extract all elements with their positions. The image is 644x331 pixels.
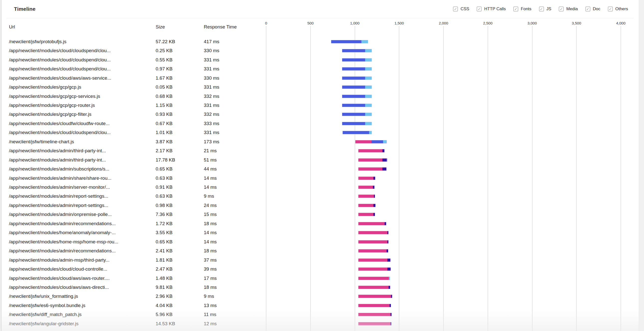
timeline-bar[interactable] — [358, 249, 388, 253]
table-row[interactable]: /app/newclient/modules/admin/subscriptio… — [0, 165, 639, 173]
table-row[interactable]: /app/newclient/modules/cloud/aws/aws-dir… — [0, 283, 639, 292]
table-row[interactable]: /app/newclient/modules/gcp/gcp.js0.05 KB… — [0, 83, 639, 92]
table-row[interactable]: /app/newclient/modules/gcp/gcp-services.… — [0, 92, 639, 101]
vertical-scrollbar[interactable] — [639, 0, 644, 331]
row-size: 0.25 KB — [156, 46, 172, 55]
table-row[interactable]: /app/newclient/modules/admin/recommendat… — [0, 219, 639, 228]
timeline-bar[interactable] — [358, 267, 391, 271]
checkbox-icon[interactable]: ✓ — [586, 7, 590, 12]
bar-segment-navy — [373, 186, 374, 189]
bar-segment-navy — [390, 322, 391, 325]
row-url: /app/newclient/modules/admin/recommendat… — [9, 246, 116, 255]
timeline-bar[interactable] — [342, 49, 372, 53]
table-row[interactable]: /app/newclient/modules/cloud/cloud-contr… — [0, 265, 639, 274]
table-row[interactable]: /app/newclient/modules/admin-msp/third-p… — [0, 256, 639, 265]
table-row[interactable]: /app/newclient/modules/admin/onpremise-p… — [0, 210, 639, 219]
table-row[interactable]: /app/newclient/modules/cloud/cloudspend/… — [0, 55, 639, 64]
timeline-bar[interactable] — [342, 95, 372, 98]
checkbox-icon[interactable]: ✓ — [453, 7, 458, 12]
table-row[interactable]: /app/newclient/modules/cloudfw/cloudfw-r… — [0, 119, 639, 128]
bar-segment-sky — [365, 49, 372, 52]
timeline-bar[interactable] — [358, 304, 391, 307]
timeline-bar[interactable] — [342, 122, 372, 125]
row-url: /newclient/jsfw/timeline-chart.js — [9, 137, 74, 146]
table-row[interactable]: /newclient/jsfw/unix_formatting.js2.96 K… — [0, 292, 639, 301]
filter-css[interactable]: ✓CSS — [453, 7, 469, 12]
timeline-bar[interactable] — [331, 40, 368, 44]
row-url: /app/newclient/modules/admin/subscriptio… — [9, 165, 109, 173]
filter-doc[interactable]: ✓Doc — [586, 7, 600, 12]
timeline-bar[interactable] — [358, 222, 386, 225]
bar-segment-blue — [343, 131, 369, 134]
bar-segment-navy — [387, 240, 388, 243]
timeline-bar[interactable] — [342, 67, 372, 71]
checkbox-icon[interactable]: ✓ — [608, 7, 613, 12]
table-row[interactable]: /app/newclient/modules/home/anomaly/anom… — [0, 228, 639, 237]
table-row[interactable]: /newclient/jsfw/angular-gridster.js14.53… — [0, 319, 639, 328]
timeline-bar[interactable] — [358, 285, 390, 289]
row-response-time: 37 ms — [204, 256, 217, 265]
timeline-bar[interactable] — [358, 276, 390, 280]
table-row[interactable]: /app/newclient/modules/cloud/cloudspend/… — [0, 64, 639, 73]
filter-others[interactable]: ✓Others — [608, 7, 628, 12]
timeline-bar[interactable] — [342, 131, 372, 134]
table-row[interactable]: /newclient/jsfw/diff_match_patch.js5.96 … — [0, 310, 639, 319]
timeline-bar[interactable] — [358, 258, 390, 262]
bar-segment-sky — [365, 77, 372, 80]
timeline-bar[interactable] — [358, 167, 386, 171]
table-row[interactable]: /app/newclient/modules/cloud/aws/aws-ser… — [0, 74, 639, 83]
checkbox-icon[interactable]: ✓ — [559, 7, 564, 12]
filter-fonts[interactable]: ✓Fonts — [513, 7, 532, 12]
timeline-bar[interactable] — [358, 185, 375, 189]
timeline-bar[interactable] — [358, 294, 392, 298]
timeline-bar[interactable] — [342, 76, 372, 80]
timeline-bar[interactable] — [342, 113, 372, 116]
table-row[interactable]: /app/newclient/modules/cloud/cloudspend/… — [0, 128, 639, 137]
table-row[interactable]: /app/newclient/modules/cloud/aws/aws-rou… — [0, 274, 639, 283]
table-row[interactable]: /app/newclient/modules/cloud/cloudspend/… — [0, 46, 639, 55]
table-row[interactable]: /newclient/jsfw/timeline-chart.js3.87 KB… — [0, 137, 639, 146]
bar-segment-sky — [365, 58, 372, 61]
bar-segment-pink — [358, 313, 390, 316]
timeline-bar[interactable] — [358, 149, 384, 153]
table-row[interactable]: /app/newclient/modules/admin/third-party… — [0, 146, 639, 155]
table-row[interactable]: /newclient/jsfw/protobufjs.js57.22 KB417… — [0, 37, 639, 46]
timeline-bar[interactable] — [355, 140, 387, 144]
timeline-bar[interactable] — [358, 158, 387, 162]
table-row[interactable]: /app/newclient/modules/admin/third-party… — [0, 156, 639, 165]
table-row[interactable]: /newclient/jsfw/es6-symbol.bundle.js4.04… — [0, 301, 639, 310]
table-row[interactable]: /app/newclient/modules/admin/server-moni… — [0, 183, 639, 192]
table-row[interactable]: /app/newclient/modules/admin/report-sett… — [0, 192, 639, 201]
table-row[interactable]: /app/newclient/modules/cloudfw/cloudfw-.… — [0, 328, 639, 331]
bar-segment-navy — [387, 268, 390, 271]
filter-js[interactable]: ✓JS — [539, 7, 552, 12]
table-row[interactable]: /app/newclient/modules/admin/share/share… — [0, 174, 639, 183]
row-size: 0.91 KB — [156, 183, 172, 192]
timeline-bar[interactable] — [358, 313, 392, 316]
row-response-time: 39 ms — [204, 265, 217, 274]
timeline-bar[interactable] — [358, 194, 375, 198]
table-row[interactable]: /app/newclient/modules/admin/report-sett… — [0, 201, 639, 210]
timeline-bar[interactable] — [358, 176, 376, 180]
row-url: /newclient/jsfw/diff_match_patch.js — [9, 310, 82, 319]
timeline-bar[interactable] — [358, 213, 375, 216]
timeline-bar[interactable] — [358, 231, 388, 234]
timeline-bar[interactable] — [358, 240, 388, 244]
timeline-bar[interactable] — [358, 322, 392, 325]
timeline-bar[interactable] — [358, 204, 376, 207]
row-url: /app/newclient/modules/cloud/cloud-contr… — [9, 265, 107, 274]
checkbox-icon[interactable]: ✓ — [477, 7, 482, 12]
timeline-bar[interactable] — [342, 85, 372, 89]
axis-tick-label: 3,000 — [528, 21, 537, 25]
table-row[interactable]: /app/newclient/modules/gcp/gcp-router.js… — [0, 101, 639, 110]
table-row[interactable]: /app/newclient/modules/gcp/gcp-filter.js… — [0, 110, 639, 119]
table-row[interactable]: /app/newclient/modules/home-msp/home-msp… — [0, 237, 639, 246]
checkbox-icon[interactable]: ✓ — [513, 7, 518, 12]
table-row[interactable]: /app/newclient/modules/admin/recommendat… — [0, 246, 639, 255]
filter-http-calls[interactable]: ✓HTTP Calls — [477, 7, 506, 12]
filter-media[interactable]: ✓Media — [559, 7, 578, 12]
bar-segment-pink — [358, 159, 382, 162]
timeline-bar[interactable] — [342, 58, 372, 62]
timeline-bar[interactable] — [342, 104, 372, 107]
checkbox-icon[interactable]: ✓ — [539, 7, 544, 12]
